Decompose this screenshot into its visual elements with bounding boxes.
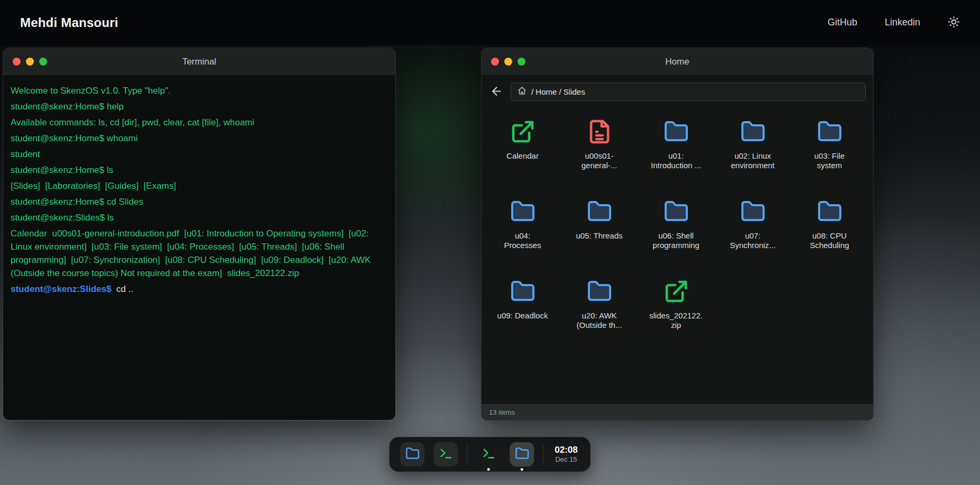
file-item-label: u02: Linux environment (726, 151, 780, 170)
breadcrumb-path: / Home / Slides (531, 87, 585, 96)
file-icon (587, 119, 612, 144)
file-item[interactable]: u20: AWK (Outside th... (561, 274, 638, 354)
folder-icon (740, 119, 766, 144)
folder-icon (587, 199, 612, 224)
external-link-icon (664, 279, 689, 304)
terminal-window: Terminal Welcome to SkenzOS v1.0. Type "… (3, 48, 396, 420)
terminal-app-launcher[interactable] (433, 442, 458, 466)
terminal-running-window[interactable] (476, 442, 501, 466)
file-item[interactable]: u09: Deadlock (484, 274, 561, 354)
close-button[interactable] (13, 58, 21, 66)
file-item[interactable]: u08: CPU Scheduling (791, 195, 868, 274)
minimize-button[interactable] (26, 58, 34, 66)
back-button[interactable] (490, 85, 503, 99)
site-title: Mehdi Mansouri (20, 15, 118, 30)
folder-icon (664, 199, 689, 224)
files-titlebar[interactable]: Home (482, 48, 873, 76)
terminal-line: Available commands: ls, cd [dir], pwd, c… (11, 116, 388, 129)
file-item-label: Calendar (506, 151, 539, 161)
dock-divider (543, 444, 543, 464)
files-window-title: Home (482, 57, 873, 67)
folder-icon (405, 446, 420, 462)
file-item[interactable]: u05: Threads (561, 195, 638, 274)
file-item[interactable]: u00s01-general-... (561, 115, 638, 195)
terminal-icon (482, 446, 496, 462)
folder-icon (510, 279, 536, 304)
breadcrumb-input[interactable]: / Home / Slides (511, 83, 866, 101)
folder-icon (515, 446, 529, 462)
terminal-line: student (11, 148, 388, 161)
terminal-prompt-line: student@skenz:Slides$ cd .. (11, 282, 388, 296)
dock: 02:08 Dec 15 (389, 437, 591, 472)
terminal-window-title: Terminal (3, 57, 395, 67)
terminal-titlebar[interactable]: Terminal (3, 48, 395, 76)
file-item[interactable]: slides_202122.zip (638, 274, 714, 354)
maximize-button[interactable] (518, 58, 525, 66)
clock-time: 02:08 (555, 445, 577, 455)
minimize-button[interactable] (504, 58, 512, 66)
linkedin-link[interactable]: Linkedin (885, 17, 920, 28)
terminal-prompt: student@skenz:Slides$ (11, 284, 111, 294)
file-item[interactable]: u03: File system (791, 115, 868, 195)
home-icon (518, 86, 527, 97)
folder-icon (817, 199, 842, 224)
file-item-label: u04: Processes (496, 231, 550, 250)
navbar: Mehdi Mansouri GitHub Linkedin (0, 0, 980, 45)
file-item-label: u03: File system (803, 151, 857, 170)
file-item[interactable]: Calendar (484, 115, 561, 195)
file-grid: Calendaru00s01-general-...u01: Introduct… (482, 107, 873, 354)
folder-icon (510, 199, 536, 224)
terminal-line: Welcome to SkenzOS v1.0. Type "help". (11, 84, 388, 97)
file-item-label: u20: AWK (Outside th... (573, 311, 627, 330)
terminal-line: student@skenz:Home$ help (11, 100, 388, 113)
terminal-output[interactable]: Welcome to SkenzOS v1.0. Type "help".stu… (3, 76, 395, 420)
files-statusbar: 13 items (482, 404, 873, 420)
maximize-button[interactable] (39, 58, 47, 66)
traffic-lights (491, 58, 525, 66)
dock-clock: 02:08 Dec 15 (552, 445, 579, 464)
files-toolbar: / Home / Slides (482, 76, 873, 107)
terminal-line: student@skenz:Home$ cd Slides (11, 195, 388, 208)
terminal-line: student@skenz:Slides$ ls (11, 211, 388, 224)
sun-icon (948, 16, 960, 30)
folder-icon (740, 199, 766, 224)
terminal-line: [Slides] [Laboratories] [Guides] [Exams] (11, 179, 388, 193)
file-item[interactable]: u02: Linux environment (714, 115, 791, 195)
file-item-label: u05: Threads (576, 231, 622, 241)
github-link[interactable]: GitHub (828, 17, 857, 28)
folder-icon (664, 119, 689, 144)
running-indicator-dot (487, 468, 490, 471)
file-item-label: u00s01-general-... (573, 151, 627, 170)
item-count: 13 items (489, 408, 515, 416)
file-item[interactable]: u01: Introduction ... (638, 115, 714, 195)
folder-icon (817, 119, 842, 144)
file-item[interactable]: u06: Shell programming (638, 195, 714, 274)
file-item[interactable]: u04: Processes (484, 195, 561, 274)
dock-divider (467, 444, 467, 464)
terminal-icon (439, 446, 453, 462)
file-item-label: slides_202122.zip (649, 311, 703, 330)
file-item[interactable]: u07: Synchroniz... (714, 195, 791, 274)
clock-date: Dec 15 (555, 455, 577, 464)
terminal-line: Calendar u00s01-general-introduction.pdf… (11, 227, 388, 280)
external-link-icon (510, 119, 536, 144)
theme-toggle-button[interactable] (948, 16, 960, 30)
files-app-launcher[interactable] (400, 442, 424, 466)
file-item-label: u09: Deadlock (497, 311, 548, 321)
file-item-label: u07: Synchroniz... (726, 231, 780, 250)
terminal-line: student@skenz:Home$ ls (11, 163, 388, 177)
arrow-left-icon (490, 85, 503, 99)
close-button[interactable] (491, 58, 499, 66)
folder-icon (587, 279, 612, 304)
running-indicator-dot (521, 468, 523, 471)
file-item-label: u01: Introduction ... (649, 151, 703, 170)
file-item-label: u06: Shell programming (649, 231, 703, 250)
file-item-label: u08: CPU Scheduling (803, 231, 857, 250)
navbar-links: GitHub Linkedin (828, 16, 960, 30)
terminal-line: student@skenz:Home$ whoami (11, 132, 388, 145)
terminal-command: cd .. (111, 284, 133, 294)
files-running-window[interactable] (510, 442, 534, 466)
traffic-lights (13, 58, 47, 66)
file-manager-window: Home / Home / Slides Calendaru00s01-gene… (481, 48, 874, 420)
